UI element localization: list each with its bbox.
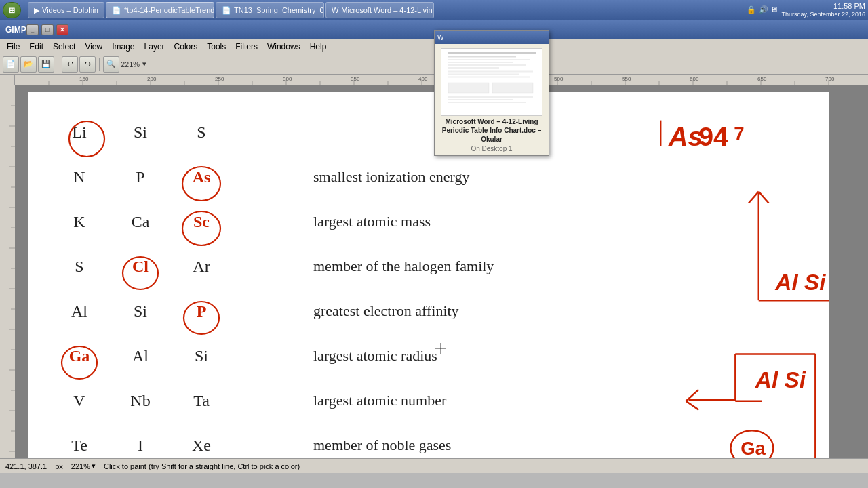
circle-as-svg: [180, 164, 223, 203]
element-nb: Nb: [110, 392, 171, 410]
svg-text:150: 150: [79, 76, 89, 82]
element-k: K: [49, 213, 110, 231]
element-ar: Ar: [171, 258, 232, 276]
minimize-button[interactable]: _: [26, 24, 39, 35]
gimp-title: GIMP: [5, 25, 26, 35]
svg-text:500: 500: [554, 76, 564, 82]
svg-rect-100: [448, 102, 526, 103]
taskbar-app-dolphin[interactable]: ▶ Videos – Dolphin: [28, 2, 104, 18]
svg-rect-93: [448, 71, 533, 73]
tooltip-preview: [441, 48, 542, 116]
svg-text:400: 400: [418, 76, 428, 82]
toolbar-sep2: [99, 58, 100, 71]
circle-sc-svg: [180, 209, 223, 248]
dolphin-icon: ▶: [34, 6, 39, 15]
start-button[interactable]: ⊞: [3, 2, 21, 18]
table-row: Al Si P gre: [49, 291, 808, 331]
indd-icon: 📄: [222, 6, 231, 15]
menu-image[interactable]: Image: [108, 41, 138, 53]
taskbar-right: 🔒 🔊 🖥 11:58 PM Thursday, September 22, 2…: [747, 1, 865, 19]
svg-point-61: [184, 302, 219, 334]
table-row: K Ca Sc lar: [49, 202, 808, 241]
menu-filters[interactable]: Filters: [231, 41, 262, 53]
element-ta: Ta: [171, 392, 232, 410]
status-bar: 421.1, 387.1 px 221% ▾ Click to paint (t…: [0, 458, 868, 473]
svg-rect-92: [448, 68, 499, 69]
menu-help[interactable]: Help: [306, 41, 331, 53]
svg-rect-94: [448, 74, 519, 75]
toolbar-undo[interactable]: ↩: [62, 56, 78, 73]
taskbar-apps: ▶ Videos – Dolphin 📄 *tp4-14-PeriodicTab…: [28, 2, 434, 18]
svg-text:550: 550: [622, 76, 631, 82]
table-row: N P As smal: [49, 157, 808, 197]
svg-point-58: [182, 167, 220, 201]
svg-rect-87: [448, 52, 536, 54]
svg-rect-95: [448, 77, 530, 78]
element-li: Li: [49, 123, 110, 142]
ruler-vertical: [0, 85, 15, 458]
svg-rect-96: [448, 83, 489, 93]
desc-r8: member of noble gases: [232, 436, 808, 454]
menu-layer[interactable]: Layer: [140, 41, 169, 53]
toolbar-open[interactable]: 📂: [20, 56, 37, 73]
tooltip-label: Microsoft Word – 4-12-Living Periodic Ta…: [437, 117, 546, 144]
tooltip-location: On Desktop 1: [437, 145, 546, 152]
table-row: V Nb Ta largest atomic number: [49, 381, 808, 420]
menu-colors[interactable]: Colors: [170, 41, 202, 53]
taskbar: ⊞ ▶ Videos – Dolphin 📄 *tp4-14-PeriodicT…: [0, 0, 868, 20]
element-xe: Xe: [171, 436, 232, 455]
svg-rect-97: [492, 83, 533, 93]
toolbar-redo[interactable]: ↪: [79, 56, 96, 73]
svg-text:600: 600: [690, 76, 699, 82]
menu-select[interactable]: Select: [49, 41, 79, 53]
desc-r3: largest atomic mass: [232, 213, 808, 230]
ruler-corner: [0, 75, 15, 85]
close-button[interactable]: ✕: [56, 24, 68, 35]
svg-text:250: 250: [215, 76, 224, 82]
window-controls: _ □ ✕: [26, 24, 68, 35]
menu-windows[interactable]: Windows: [263, 41, 304, 53]
ruler-v-marks: [0, 85, 15, 458]
zoom-dropdown-icon: ▾: [92, 462, 96, 470]
tooltip-titlebar: W: [435, 30, 549, 44]
element-al-r6: Al: [110, 347, 171, 365]
svg-point-57: [69, 121, 104, 157]
svg-point-59: [182, 211, 220, 245]
svg-text:650: 650: [757, 76, 767, 82]
toolbar-zoom-out[interactable]: 🔍: [103, 56, 119, 73]
svg-text:350: 350: [351, 76, 360, 82]
menu-file[interactable]: File: [3, 41, 24, 53]
taskbar-app-periodic[interactable]: 📄 *tp4-14-PeriodicTableTrendsWk...: [106, 2, 214, 18]
circle-li-svg: [66, 119, 107, 159]
element-n: N: [49, 168, 110, 186]
zoom-info: 221% ▾: [121, 60, 146, 68]
svg-text:700: 700: [825, 76, 835, 82]
table-row: Li Si S: [49, 113, 808, 152]
table-row: Ga Al Si largest atomic radius: [49, 336, 808, 375]
taskbar-app-indd[interactable]: 📄 TN13_Spring_Chemistry_01.indd –...: [216, 2, 324, 18]
word-icon: W: [332, 6, 338, 14]
element-v: V: [49, 392, 110, 410]
element-cl: Cl: [110, 258, 171, 276]
element-si-r5: Si: [110, 302, 171, 321]
desc-r5: greatest electron affinity: [232, 302, 808, 320]
maximize-button[interactable]: □: [41, 24, 54, 35]
menu-view[interactable]: View: [81, 41, 106, 53]
taskbar-app-word[interactable]: W Microsoft Word – 4-12-Living Peri...: [326, 2, 434, 18]
element-si-r1: Si: [110, 123, 171, 142]
menu-tools[interactable]: Tools: [203, 41, 230, 53]
svg-rect-99: [448, 99, 513, 100]
toolbar-save[interactable]: 💾: [38, 56, 54, 73]
element-p-r5: P: [171, 302, 232, 321]
tooltip-preview-svg: [441, 49, 542, 116]
toolbar-new[interactable]: 📄: [3, 56, 19, 73]
element-al-r5: Al: [49, 302, 110, 321]
element-te: Te: [49, 436, 110, 455]
desc-r2: smallest ionization energy: [232, 168, 808, 186]
zoom-selector[interactable]: 221% ▾: [71, 462, 96, 470]
svg-rect-98: [448, 96, 533, 98]
menu-edit[interactable]: Edit: [25, 41, 47, 53]
element-i: I: [110, 436, 171, 455]
document-canvas: Li Si S N P: [28, 92, 829, 458]
periodic-icon: 📄: [112, 6, 121, 15]
